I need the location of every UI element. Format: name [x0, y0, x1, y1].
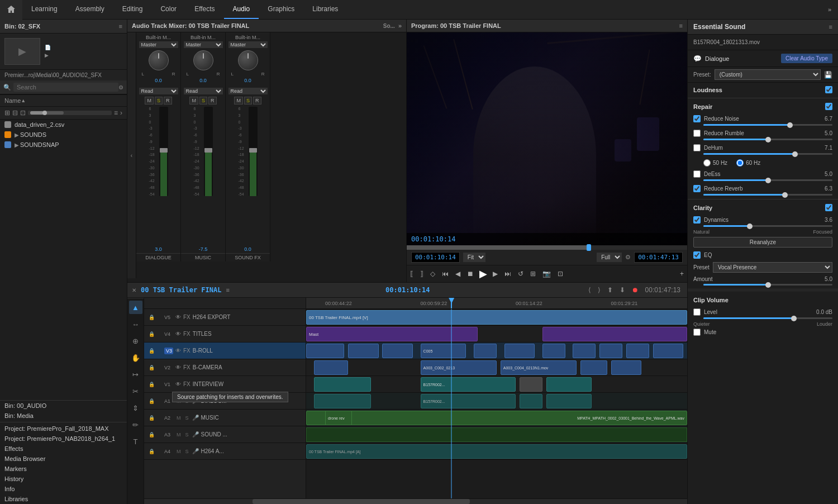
fx-icon-v3[interactable]: FX — [183, 348, 191, 354]
ch1-m-btn[interactable]: M — [145, 97, 154, 104]
expand-icon[interactable]: ▶ — [15, 132, 19, 138]
play-button[interactable]: ▶ — [479, 268, 487, 280]
tl-close-icon[interactable]: ✕ — [132, 287, 136, 293]
ch1-fader-handle[interactable] — [160, 148, 168, 153]
tl-menu-icon[interactable]: ≡ — [226, 287, 230, 293]
eq-amount-thumb[interactable] — [765, 282, 771, 288]
a2-s-btn[interactable]: S — [184, 415, 190, 421]
repair-section-header[interactable]: Repair — [688, 99, 838, 113]
dynamics-slider[interactable] — [703, 225, 832, 227]
a2-m-btn[interactable]: M — [175, 415, 182, 421]
clip-mast[interactable]: Mast — [306, 327, 478, 341]
clip-broll-7[interactable] — [573, 344, 596, 358]
panel-view-icon[interactable]: ⊡ — [20, 109, 26, 117]
sidebar-item-bin-audio[interactable]: Bin: 00_AUDIO — [0, 401, 127, 411]
monitor-menu-icon[interactable]: ≡ — [679, 22, 683, 29]
list-item[interactable]: data_driven_2.csv — [0, 120, 127, 130]
fit-select[interactable]: Fit — [463, 253, 485, 262]
reanalyze-button[interactable]: Reanalyze — [693, 237, 832, 248]
visibility-icon-v3[interactable]: 👁 — [175, 348, 181, 354]
track-row-a4[interactable]: 00 TSB Trailer FINAL.mp4 [A] — [306, 443, 687, 460]
clip-broll-8[interactable] — [599, 344, 622, 358]
reduce-noise-thumb[interactable] — [787, 122, 793, 128]
panel-menu-icon[interactable]: ≡ — [114, 109, 118, 117]
settings-icon[interactable]: ⚙ — [625, 254, 631, 261]
sidebar-item-info[interactable]: Info — [0, 484, 127, 494]
ch2-s-btn[interactable]: S — [199, 97, 207, 104]
ch3-m-btn[interactable]: M — [234, 97, 243, 104]
clip-broll-9[interactable] — [626, 344, 649, 358]
hz-50-label[interactable]: 50 Hz — [703, 159, 727, 167]
add-to-sequence-icon[interactable]: + — [679, 269, 685, 279]
deess-thumb[interactable] — [765, 178, 771, 183]
deess-slider[interactable] — [703, 179, 832, 181]
track-row-v2[interactable]: A003_C002_0213 A003_C004_0213N1.mov — [306, 359, 687, 376]
channel-2-mode[interactable]: Read — [184, 88, 223, 94]
clarity-section-header[interactable]: Clarity — [688, 201, 838, 215]
channel-1-knob[interactable] — [149, 50, 169, 70]
zoom-slider[interactable] — [30, 111, 64, 115]
clip-sfx[interactable] — [306, 427, 687, 442]
nav-color[interactable]: Color — [151, 0, 185, 19]
clip-broll-2[interactable] — [348, 344, 379, 358]
export-frame-icon[interactable]: 📷 — [541, 269, 552, 279]
ripple-trim-btn[interactable]: ↔ — [129, 317, 142, 331]
level-thumb[interactable] — [791, 316, 797, 321]
sidebar-item-libraries[interactable]: Libraries — [0, 494, 127, 504]
play-icon[interactable]: ▶ — [45, 53, 51, 58]
reduce-rumble-thumb[interactable] — [765, 137, 771, 142]
visibility-icon-v5[interactable]: 👁 — [175, 314, 181, 320]
ch3-fader[interactable] — [249, 107, 258, 196]
grid-view-icon[interactable]: ⊟ — [12, 109, 18, 117]
clip-drone-rev[interactable]: drone rev — [325, 411, 352, 425]
track-row-v5[interactable]: 00 TSB Trailer FINAL.mp4 [V] — [306, 309, 687, 326]
quality-select[interactable]: Full — [597, 253, 622, 262]
clip-b157r002[interactable]: B157R002... — [421, 377, 516, 392]
add-marker-icon[interactable]: ◇ — [429, 269, 436, 279]
sidebar-item-media-browser[interactable]: Media Browser — [0, 454, 127, 464]
sidebar-item-effects[interactable]: Effects — [0, 444, 127, 454]
clip-broll-6[interactable] — [542, 344, 565, 358]
deess-checkbox[interactable] — [693, 170, 701, 178]
clip-broll-3[interactable] — [382, 344, 413, 358]
sidebar-item-project-nab[interactable]: Project: PremierePro_NAB2018_h264_1 — [0, 434, 127, 444]
list-view-icon[interactable]: ⊞ — [4, 109, 10, 117]
a4-m-btn[interactable]: M — [175, 448, 182, 455]
clip-camera-5[interactable] — [611, 360, 642, 375]
clip-dialog-4[interactable] — [546, 394, 592, 408]
play-stop-icon[interactable]: ⏹ — [466, 269, 475, 279]
tl-back-icon[interactable]: ⟨ — [586, 285, 593, 295]
reduce-reverb-checkbox[interactable] — [693, 185, 701, 192]
nav-assembly[interactable]: Assembly — [66, 0, 113, 19]
repair-checkbox[interactable] — [825, 103, 832, 110]
timeline-playhead[interactable] — [451, 298, 452, 308]
clip-dialog-3[interactable] — [520, 394, 542, 408]
track-row-v1[interactable]: B157R002... — [306, 376, 687, 393]
level-slider[interactable] — [703, 317, 832, 319]
dehum-checkbox[interactable] — [693, 144, 701, 151]
clip-h264-audio[interactable]: 00 TSB Trailer FINAL.mp4 [A] — [306, 444, 687, 459]
nav-graphics[interactable]: Graphics — [259, 0, 303, 19]
current-timecode-box[interactable]: 00:01:10:14 — [411, 252, 460, 263]
reduce-noise-checkbox[interactable] — [693, 115, 701, 122]
ch2-r-btn[interactable]: R — [208, 97, 217, 104]
search-input[interactable] — [13, 83, 118, 92]
ch2-fader-handle[interactable] — [204, 148, 212, 153]
clip-music-main[interactable]: MPATH_MPATH_0002_03001_Behind_the_Wave_A… — [306, 411, 687, 425]
track-row-v4[interactable]: Mast — [306, 326, 687, 343]
reduce-reverb-slider[interactable] — [703, 194, 832, 196]
track-row-a2[interactable]: MPATH_MPATH_0002_03001_Behind_the_Wave_A… — [306, 410, 687, 426]
visibility-icon-v1[interactable]: 👁 — [175, 381, 181, 387]
bin-menu-icon[interactable]: ≡ — [119, 23, 122, 30]
clip-broll-4[interactable] — [474, 344, 497, 358]
eq-checkbox[interactable] — [693, 251, 701, 259]
hand-tool-btn[interactable]: ✋ — [129, 351, 142, 364]
save-preset-icon[interactable]: 💾 — [824, 71, 832, 79]
nav-audio[interactable]: Audio — [224, 0, 259, 19]
step-forward-icon[interactable]: ▶ — [492, 269, 499, 279]
tl-extract-icon[interactable]: ⬇ — [617, 285, 627, 295]
preset-select[interactable]: (Custom) — [715, 69, 821, 80]
nav-editing[interactable]: Editing — [113, 0, 152, 19]
pen-tool-btn[interactable]: ✏ — [129, 418, 142, 431]
track-row-a1[interactable]: B157R002... — [306, 393, 687, 410]
